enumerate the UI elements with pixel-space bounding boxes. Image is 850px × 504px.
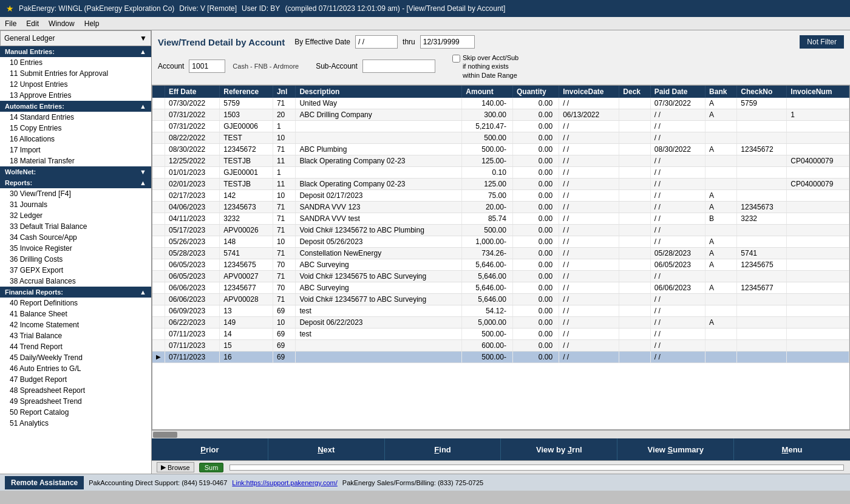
sidebar-item-38-accrual[interactable]: 38 Accrual Balances (0, 276, 151, 287)
table-row[interactable]: 06/09/2023 13 69 test 54.12- 0.00 / / / … (152, 305, 849, 316)
table-row[interactable]: 04/06/2023 12345673 71 SANDRA VVV 123 20… (152, 201, 849, 213)
sidebar-item-34-cash[interactable]: 34 Cash Source/App (0, 232, 151, 243)
menu-button[interactable]: Menu (734, 438, 850, 460)
date-from-input[interactable] (355, 35, 398, 49)
sidebar-item-37-gepx[interactable]: 37 GEPX Export (0, 265, 151, 276)
collapse-icon-reports[interactable]: ▲ (140, 179, 146, 186)
sidebar-item-42-income[interactable]: 42 Income Statement (0, 319, 151, 330)
sidebar-item-47-budget[interactable]: 47 Budget Report (0, 374, 151, 385)
sidebar-item-50-report-catalog[interactable]: 50 Report Catalog (0, 407, 151, 418)
row-arrow (152, 155, 165, 166)
row-arrow (152, 166, 165, 178)
cell-bank: A (706, 98, 737, 109)
table-row[interactable]: 07/30/2022 5759 71 United Way 140.00- 0.… (152, 98, 849, 109)
menu-help[interactable]: Help (84, 19, 100, 28)
table-row[interactable]: 07/11/2023 15 69 600.00- 0.00 / / / / (152, 339, 849, 351)
view-by-jrnl-button[interactable]: View by Jrnl (501, 438, 617, 460)
row-arrow (152, 247, 165, 259)
cell-invoice-date: / / (559, 259, 619, 270)
table-row[interactable]: 12/25/2022 TESTJB 11 Black Operating Com… (152, 155, 849, 166)
next-button[interactable]: Next (268, 438, 385, 460)
prior-button[interactable]: Prior (152, 438, 268, 460)
sidebar-item-15-copy[interactable]: 15 Copy Entries (0, 123, 151, 134)
menu-window[interactable]: Window (49, 19, 75, 28)
h-scrollbar[interactable] (153, 432, 177, 438)
table-row[interactable]: 04/11/2023 3232 71 SANDRA VVV test 85.74… (152, 213, 849, 224)
table-row[interactable]: 07/31/2022 GJE00006 1 5,210.47- 0.00 / /… (152, 120, 849, 132)
sidebar-item-43-trial[interactable]: 43 Trial Balance (0, 330, 151, 341)
sidebar-item-46-auto[interactable]: 46 Auto Entries to G/L (0, 363, 151, 374)
table-row[interactable]: ▶ 07/11/2023 16 69 500.00- 0.00 / / / / (152, 351, 849, 363)
row-arrow (152, 201, 165, 213)
table-row[interactable]: 05/28/2023 5741 71 Constellation NewEner… (152, 247, 849, 259)
find-button[interactable]: Find (385, 438, 501, 460)
sidebar-item-14-standard[interactable]: 14 Standard Entries (0, 112, 151, 123)
menu-file[interactable]: File (5, 19, 16, 28)
help-link[interactable]: Link:https://support.pakenergy.com/ (232, 479, 337, 486)
sidebar-item-17-import[interactable]: 17 Import (0, 145, 151, 155)
scrollbar-area[interactable] (152, 430, 850, 438)
data-table-container: Eff Date Reference Jnl Description Amoun… (152, 85, 850, 430)
not-filter-button[interactable]: Not Filter (800, 35, 844, 49)
table-row[interactable]: 02/01/2023 TESTJB 11 Black Operating Com… (152, 178, 849, 189)
table-row[interactable]: 06/06/2023 APV00028 71 Void Chk# 1234567… (152, 293, 849, 305)
date-to-input[interactable] (420, 35, 475, 49)
account-input[interactable] (189, 60, 225, 73)
sidebar-item-48-spreadsheet[interactable]: 48 Spreadsheet Report (0, 385, 151, 396)
sidebar-item-31-journals[interactable]: 31 Journals (0, 199, 151, 210)
cell-eff-date: 05/26/2023 (165, 236, 220, 247)
sidebar-item-41-balance[interactable]: 41 Balance Sheet (0, 308, 151, 319)
browse-button[interactable]: ▶ Browse (157, 462, 194, 472)
table-row[interactable]: 08/22/2022 TEST 10 500.00 0.00 / / / / (152, 132, 849, 143)
sidebar-item-11-submit[interactable]: 11 Submit Entries for Approval (0, 68, 151, 79)
cell-bank (706, 224, 737, 236)
cell-description (296, 351, 462, 363)
sidebar-item-33-trial[interactable]: 33 Default Trial Balance (0, 221, 151, 232)
cell-amount: 75.00 (462, 189, 513, 201)
sidebar-item-12-unpost[interactable]: 12 Unpost Entries (0, 79, 151, 90)
table-body: 07/30/2022 5759 71 United Way 140.00- 0.… (152, 98, 849, 363)
cell-eff-date: 07/31/2022 (165, 109, 220, 120)
sidebar-item-30-viewtrend[interactable]: 30 View/Trend [F4] (0, 188, 151, 199)
sum-button[interactable]: Sum (199, 463, 224, 472)
table-row[interactable]: 01/01/2023 GJE00001 1 0.10 0.00 / / / / (152, 166, 849, 178)
sidebar-item-16-allocations[interactable]: 16 Allocations (0, 134, 151, 145)
sidebar-item-44-trend[interactable]: 44 Trend Report (0, 341, 151, 352)
table-row[interactable]: 08/30/2022 12345672 71 ABC Plumbing 500.… (152, 143, 849, 155)
sidebar-item-35-invoice[interactable]: 35 Invoice Register (0, 243, 151, 254)
browse-label: Browse (168, 464, 190, 471)
content-area: View/Trend Detail by Account By Effectiv… (152, 30, 850, 474)
cell-description: Deposit 05/26/2023 (296, 236, 462, 247)
remote-assistance-button[interactable]: Remote Assistance (5, 476, 84, 489)
sidebar-item-49-spreadsheet-trend[interactable]: 49 Spreadsheet Trend (0, 396, 151, 407)
menu-edit[interactable]: Edit (26, 19, 39, 28)
section-manual-entries: Manual Entries: ▲ (0, 46, 151, 57)
sidebar-item-32-ledger[interactable]: 32 Ledger (0, 210, 151, 221)
sidebar-item-18-material[interactable]: 18 Material Transfer (0, 155, 151, 166)
table-row[interactable]: 06/05/2023 12345675 70 ABC Surveying 5,6… (152, 259, 849, 270)
collapse-icon-financial[interactable]: ▲ (140, 288, 146, 296)
table-row[interactable]: 06/22/2023 149 10 Deposit 06/22/2023 5,0… (152, 316, 849, 328)
table-row[interactable]: 07/11/2023 14 69 test 500.00- 0.00 / / /… (152, 328, 849, 339)
table-row[interactable]: 06/06/2023 12345677 70 ABC Surveying 5,6… (152, 282, 849, 293)
collapse-icon-wolfenet[interactable]: ▼ (140, 168, 146, 175)
view-summary-button[interactable]: View Summary (617, 438, 734, 460)
table-row[interactable]: 05/26/2023 148 10 Deposit 05/26/2023 1,0… (152, 236, 849, 247)
table-row[interactable]: 07/31/2022 1503 20 ABC Drilling Company … (152, 109, 849, 120)
skip-checkbox[interactable] (452, 55, 460, 63)
cell-deck (619, 270, 650, 282)
cell-invoice-date: / / (559, 132, 619, 143)
sidebar-item-13-approve[interactable]: 13 Approve Entries (0, 90, 151, 101)
sub-account-input[interactable] (362, 60, 435, 73)
table-row[interactable]: 02/17/2023 142 10 Deposit 02/17/2023 75.… (152, 189, 849, 201)
sidebar-item-40-report-defs[interactable]: 40 Report Definitions (0, 298, 151, 308)
sidebar-item-10-entries[interactable]: 10 Entries (0, 57, 151, 68)
sidebar-item-45-daily-weekly[interactable]: 45 Daily/Weekly Trend (0, 352, 151, 363)
collapse-icon-auto[interactable]: ▲ (140, 103, 146, 110)
sidebar-item-51-analytics[interactable]: 51 Analytics (0, 418, 151, 429)
collapse-icon[interactable]: ▲ (140, 48, 146, 55)
sidebar-dropdown[interactable]: General Ledger ▼ (0, 30, 151, 46)
sidebar-item-36-drilling[interactable]: 36 Drilling Costs (0, 254, 151, 265)
table-row[interactable]: 06/05/2023 APV00027 71 Void Chk# 1234567… (152, 270, 849, 282)
table-row[interactable]: 05/17/2023 APV00026 71 Void Chk# 1234567… (152, 224, 849, 236)
